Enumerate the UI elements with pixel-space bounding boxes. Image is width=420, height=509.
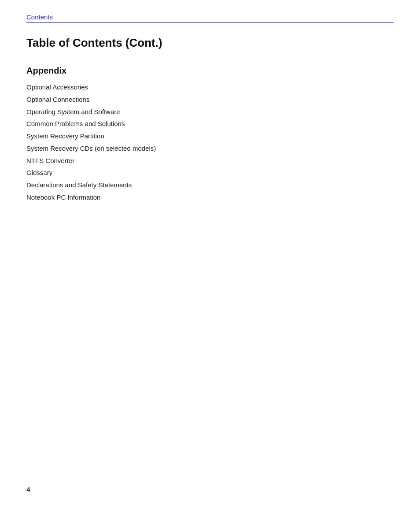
toc-list-item: Optional Accessories bbox=[26, 81, 394, 93]
section-title-appendix: Appendix bbox=[26, 66, 394, 76]
page-container: Contents Table of Contents (Cont.) Appen… bbox=[0, 0, 420, 230]
page-title: Table of Contents (Cont.) bbox=[26, 36, 394, 50]
toc-list-item: Common Problems and Solutions bbox=[26, 118, 394, 130]
toc-list-item: System Recovery CDs (on selected models) bbox=[26, 142, 394, 155]
toc-list-item: Operating System and Software bbox=[26, 106, 394, 118]
toc-list-item: System Recovery Partition bbox=[26, 130, 394, 142]
toc-list-item: Glossary bbox=[26, 167, 394, 179]
toc-list-item: Notebook PC Information bbox=[26, 191, 394, 204]
header-label: Contents bbox=[26, 13, 53, 21]
toc-list-appendix: Optional AccessoriesOptional Connections… bbox=[26, 81, 394, 204]
toc-list-item: Optional Connections bbox=[26, 93, 394, 106]
toc-list-item: Declarations and Safety Statements bbox=[26, 179, 394, 191]
header-divider bbox=[26, 22, 394, 23]
header-section: Contents bbox=[26, 13, 394, 23]
toc-list-item: NTFS Converter bbox=[26, 155, 394, 167]
page-number: 4 bbox=[26, 486, 30, 493]
toc-section-appendix: Appendix Optional AccessoriesOptional Co… bbox=[26, 66, 394, 204]
